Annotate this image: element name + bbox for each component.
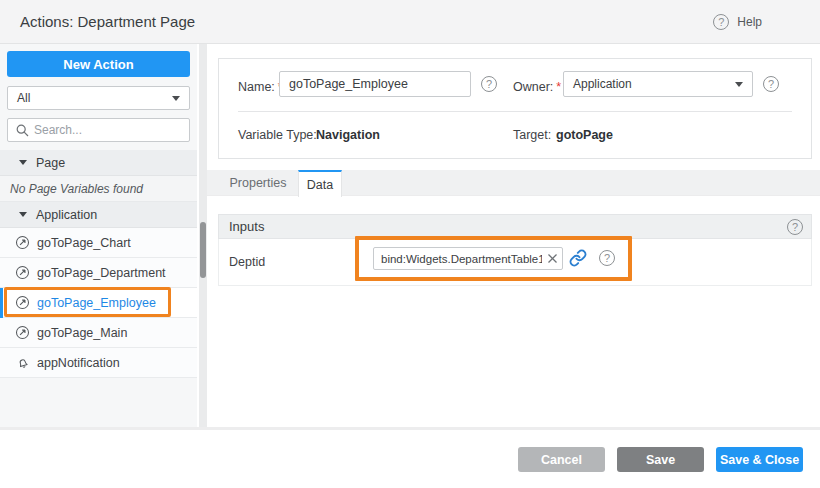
action-form: Name:* Owner:* Application Variable Type…	[218, 58, 812, 159]
page-empty-message: No Page Variables found	[0, 176, 197, 202]
deptid-bind-input[interactable]	[374, 248, 542, 269]
sidebar-scrollbar-track[interactable]	[199, 44, 207, 429]
required-asterisk: *	[556, 80, 561, 94]
target-value: gotoPage	[556, 128, 613, 142]
help-button[interactable]: Help	[713, 13, 762, 30]
navigation-icon	[15, 295, 30, 310]
navigation-icon	[15, 235, 30, 250]
tree-group-page[interactable]: Page	[0, 150, 197, 176]
owner-help-icon[interactable]	[763, 76, 779, 92]
collapse-arrow-icon	[19, 212, 27, 217]
dialog-header: Actions: Department Page Help	[0, 0, 820, 44]
sidebar-scrollbar-thumb[interactable]	[200, 222, 206, 278]
sidebar-item-gotopage-employee-selected[interactable]: goToPage_Employee	[0, 288, 197, 318]
name-label: Name:*	[238, 77, 283, 95]
form-divider	[238, 111, 792, 112]
navigation-icon	[15, 325, 30, 340]
variable-type-value: Navigation	[316, 128, 380, 142]
sidebar-item-gotopage-department[interactable]: goToPage_Department	[0, 258, 197, 288]
deptid-help-icon[interactable]	[599, 250, 615, 266]
sidebar-item-label: goToPage_Employee	[37, 296, 156, 310]
sidebar-item-label: goToPage_Chart	[37, 236, 131, 250]
search-box	[7, 118, 190, 142]
target-label: Target:	[513, 128, 551, 142]
deptid-bind-field	[373, 247, 563, 270]
owner-select[interactable]: Application	[563, 71, 753, 97]
help-label: Help	[737, 15, 762, 29]
owner-label: Owner:*	[513, 77, 561, 95]
filter-select[interactable]: All	[7, 86, 190, 110]
bell-icon	[15, 355, 30, 370]
tree-group-label: Page	[36, 156, 65, 170]
bind-link-icon[interactable]	[569, 249, 587, 267]
tab-data[interactable]: Data	[298, 170, 342, 197]
inputs-help-icon[interactable]	[787, 219, 803, 235]
cancel-button[interactable]: Cancel	[518, 447, 605, 472]
sidebar: New Action All Page No Page Variables fo…	[0, 44, 197, 429]
save-button[interactable]: Save	[617, 447, 704, 472]
name-help-icon[interactable]	[481, 76, 497, 92]
selected-indicator-bar	[0, 288, 3, 318]
sidebar-item-gotopage-chart[interactable]: goToPage_Chart	[0, 228, 197, 258]
help-icon	[713, 14, 729, 30]
save-and-close-button[interactable]: Save & Close	[716, 447, 803, 472]
sidebar-item-label: goToPage_Main	[37, 326, 127, 340]
clear-binding-icon[interactable]	[546, 252, 559, 265]
collapse-arrow-icon	[19, 160, 27, 165]
actions-dialog: Actions: Department Page Help New Action…	[0, 0, 820, 488]
sidebar-controls: New Action All	[0, 44, 197, 142]
new-action-button[interactable]: New Action	[7, 51, 190, 77]
inputs-section-title: Inputs	[229, 219, 264, 234]
filter-select-value: All	[17, 91, 30, 105]
tab-bar: Properties Data	[207, 170, 820, 196]
tree-group-label: Application	[36, 208, 97, 222]
deptid-label: Deptid	[229, 255, 265, 269]
search-input[interactable]	[34, 120, 184, 140]
sidebar-item-gotopage-main[interactable]: goToPage_Main	[0, 318, 197, 348]
name-input[interactable]	[279, 71, 471, 97]
page-title: Actions: Department Page	[20, 13, 195, 30]
variable-type-label: Variable Type:	[238, 128, 317, 142]
sidebar-item-label: goToPage_Department	[37, 266, 166, 280]
tab-properties[interactable]: Properties	[218, 170, 298, 196]
inputs-section-header: Inputs	[218, 214, 812, 239]
sidebar-item-appnotification[interactable]: appNotification	[0, 348, 197, 378]
navigation-icon	[15, 265, 30, 280]
sidebar-item-label: appNotification	[37, 356, 120, 370]
chevron-down-icon	[172, 96, 180, 101]
tree-group-application[interactable]: Application	[0, 202, 197, 228]
search-icon	[16, 124, 29, 137]
chevron-down-icon	[735, 82, 743, 87]
owner-select-value: Application	[573, 77, 632, 91]
footer-divider	[0, 427, 820, 430]
